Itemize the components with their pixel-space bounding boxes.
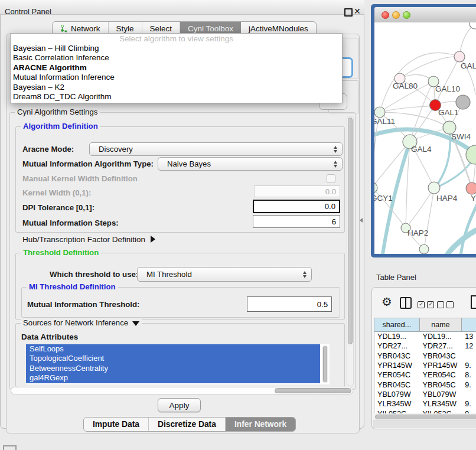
table-cell[interactable]: YER054C — [420, 370, 462, 380]
table-cell[interactable]: YDR27... — [374, 341, 420, 351]
network-edge[interactable] — [380, 105, 435, 112]
table-row[interactable]: YIL052CYIL052C9 — [374, 409, 476, 413]
attribute-list-item[interactable]: TopologicalCoefficient — [26, 354, 320, 363]
table-cell[interactable]: YBR045C — [420, 380, 462, 389]
mi-threshold-field[interactable]: 0.5 — [247, 296, 332, 312]
apply-button[interactable]: Apply — [158, 398, 201, 412]
manual-kernel-checkbox[interactable] — [327, 174, 335, 183]
table-cell[interactable]: YDL19... — [374, 332, 420, 341]
network-edge[interactable] — [406, 188, 434, 228]
table-cell[interactable]: YLR345W — [420, 399, 462, 409]
dpi-tolerance-field[interactable]: 0.0 — [253, 200, 340, 213]
table-cell[interactable]: YDL19... — [420, 332, 462, 341]
table-cell[interactable]: YIL052C — [374, 409, 420, 413]
minimized-panel-icon[interactable] — [3, 445, 17, 450]
table-row[interactable]: YDL19...YDL19...13 — [374, 332, 476, 341]
table-cell[interactable]: YER054C — [374, 370, 420, 380]
table-cell[interactable]: 9. — [462, 380, 476, 389]
network-node-gal[interactable] — [454, 51, 465, 62]
network-edge[interactable] — [374, 142, 410, 188]
network-node-gcy1[interactable] — [374, 182, 377, 193]
attributes-scrollbar-track[interactable] — [322, 345, 328, 383]
network-node-hap4[interactable] — [428, 182, 440, 194]
network-node-gal11[interactable] — [374, 107, 385, 118]
network-node[interactable] — [456, 95, 470, 109]
table-cell[interactable]: YDR27... — [420, 341, 462, 351]
table-row[interactable]: YDR27...YDR27...12 — [374, 341, 476, 351]
table-cell[interactable]: YBL079W — [420, 390, 462, 399]
table-hscrollbar-track[interactable] — [374, 413, 476, 420]
table-cell[interactable]: 9. — [462, 361, 476, 370]
table-cell[interactable]: 8. — [462, 370, 476, 380]
gear-icon[interactable]: ⚙ — [382, 296, 392, 308]
network-edge[interactable] — [424, 188, 434, 249]
table-row[interactable]: YLR345WYLR345W9. — [374, 399, 476, 409]
attributes-scrollbar-thumb[interactable] — [323, 346, 327, 382]
table-cell[interactable]: YBL079W — [374, 390, 420, 399]
attribute-list-item[interactable]: gal4RGexp — [26, 373, 320, 383]
network-node[interactable] — [419, 244, 429, 254]
algorithm-option[interactable]: Dream8 DC_TDC Algorithm — [11, 92, 342, 102]
table-cell[interactable]: YIL052C — [420, 409, 462, 413]
split-columns-icon[interactable] — [400, 297, 412, 309]
network-node-y[interactable] — [466, 182, 476, 194]
network-window-titlebar[interactable] — [374, 7, 476, 23]
column-header[interactable] — [462, 318, 476, 331]
table-cell[interactable]: YPR145W — [420, 361, 462, 370]
table-cell[interactable]: 13 — [462, 332, 476, 341]
settings-scrollbar-thumb[interactable] — [348, 118, 353, 344]
file-icon[interactable] — [471, 295, 476, 309]
attribute-list-item[interactable]: SelfLoops — [26, 344, 320, 354]
table-row[interactable]: YBL079WYBL079W — [374, 390, 476, 399]
table-cell[interactable]: YLR345W — [374, 399, 420, 409]
table-cell[interactable]: YPR145W — [374, 361, 420, 370]
aracne-mode-select[interactable]: Discovery — [89, 142, 343, 156]
table-cell[interactable]: 9. — [462, 399, 476, 409]
splitter-collapse-icon[interactable] — [360, 218, 363, 223]
column-header-shared[interactable]: shared... — [374, 318, 420, 331]
kernel-width-field[interactable]: 0.0 — [254, 185, 340, 197]
unchecked-pair-icon[interactable] — [437, 301, 454, 308]
settings-hscrollbar-thumb[interactable] — [275, 388, 351, 393]
node-label: GAL10 — [435, 84, 460, 93]
algorithm-option[interactable]: Bayesian – K2 — [11, 83, 342, 92]
mi-steps-field[interactable]: 6 — [253, 215, 340, 228]
table-row[interactable]: YBR043CYBR043C — [374, 351, 476, 361]
table-cell[interactable] — [462, 390, 476, 399]
table-row[interactable]: YBR045CYBR045C9. — [374, 380, 476, 389]
table-cell[interactable]: 12 — [462, 341, 476, 351]
algorithm-option[interactable]: Mutual Information Inference — [11, 73, 342, 82]
kernel-width-label: Kernel Width (0,1): — [22, 188, 91, 197]
table-cell[interactable]: YBR043C — [420, 351, 462, 361]
settings-hscrollbar-track[interactable] — [11, 387, 353, 394]
which-threshold-select[interactable]: MI Threshold — [137, 267, 312, 282]
checked-pair-icon[interactable]: ✓✓ — [418, 301, 434, 308]
close-traffic-light[interactable] — [382, 11, 389, 19]
algorithm-option[interactable]: Bayesian – Hill Climbing — [11, 44, 342, 53]
zoom-traffic-light[interactable] — [403, 11, 410, 19]
settings-scrollbar-track[interactable] — [347, 116, 354, 386]
bottom-tab-discretize-data[interactable]: Discretize Data — [149, 418, 226, 431]
table-hscrollbar-thumb[interactable] — [375, 415, 476, 419]
network-edge[interactable] — [380, 53, 459, 112]
bottom-tab-infer-network[interactable]: Infer Network — [226, 418, 295, 431]
algorithm-option[interactable]: Basic Correlation Inference — [11, 53, 342, 63]
algorithm-option[interactable]: ARACNE Algorithm — [11, 63, 342, 73]
network-edge[interactable] — [461, 200, 476, 254]
minimize-traffic-light[interactable] — [392, 11, 400, 19]
hub-section-toggle[interactable]: Hub/Transcription Factor Definition — [22, 235, 155, 244]
column-header-name[interactable]: name — [420, 318, 462, 331]
network-canvas[interactable]: GALGAL80GAL10GAL11GAL1SWI4GAL4GCY1HAP4YH… — [374, 22, 476, 254]
table-row[interactable]: YPR145WYPR145W9. — [374, 361, 476, 370]
mi-type-select[interactable]: Naive Bayes — [158, 157, 343, 171]
attribute-list-item[interactable]: BetweennessCentrality — [26, 364, 320, 373]
sources-legend[interactable]: Sources for Network Inference — [21, 318, 142, 327]
table-cell[interactable]: YBR043C — [374, 351, 420, 361]
table-cell[interactable]: 9 — [462, 409, 476, 413]
table-row[interactable]: YER054CYER054C8. — [374, 370, 476, 380]
table-cell[interactable]: YBR045C — [374, 380, 420, 389]
close-icon[interactable]: ✕ — [354, 6, 361, 16]
float-window-icon[interactable] — [344, 8, 353, 17]
table-cell[interactable] — [462, 351, 476, 361]
bottom-tab-impute-data[interactable]: Impute Data — [84, 418, 149, 431]
